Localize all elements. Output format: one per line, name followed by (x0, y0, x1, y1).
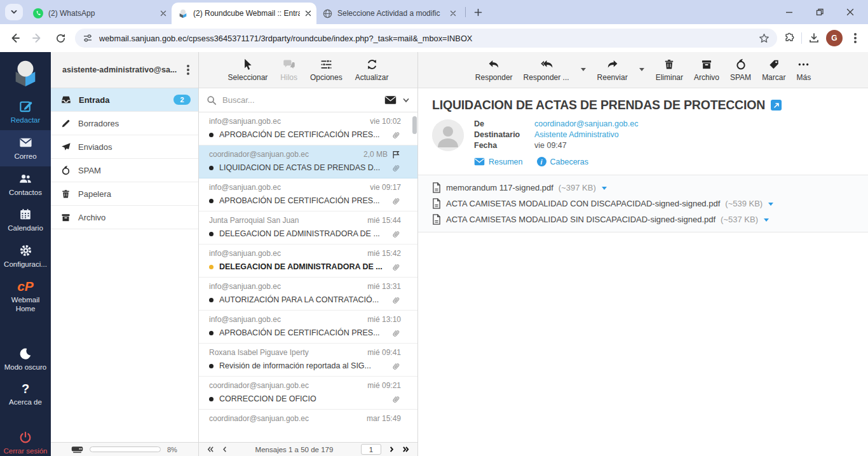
to-address[interactable]: Asistente Administrativo (534, 130, 639, 139)
select-button[interactable]: Seleccionar (228, 58, 268, 82)
message-row[interactable]: Roxana Isabel Piguave Ipertymié 09:41 Re… (199, 344, 417, 377)
bookmark-star-icon[interactable] (759, 33, 770, 44)
sidebar-item-redactar[interactable]: Redactar (0, 94, 51, 130)
download-icon[interactable] (808, 32, 820, 44)
attachment-item[interactable]: memorandum 117-signed.pdf (~397 KB) (418, 180, 868, 196)
reply-icon (487, 58, 501, 71)
search-bar[interactable] (199, 88, 417, 112)
sidebar-item-contactos[interactable]: Contactos (0, 166, 51, 203)
read-status-dot[interactable] (209, 265, 214, 269)
spam-button[interactable]: SPAM (730, 58, 751, 82)
sidebar-item-webmail-home[interactable]: cP Webmail Home (0, 274, 51, 319)
page-number-input[interactable]: 1 (361, 444, 381, 455)
threads-button[interactable]: Hilos (280, 58, 297, 82)
summary-toggle[interactable]: Resumen (474, 158, 523, 166)
reload-button[interactable] (52, 30, 69, 46)
tab-close-icon[interactable] (305, 10, 311, 17)
read-status-dot[interactable] (209, 166, 214, 170)
reply-all-menu-caret-icon[interactable] (580, 67, 587, 72)
delete-button[interactable]: Eliminar (656, 58, 683, 82)
search-input[interactable] (222, 95, 379, 105)
close-window-button[interactable] (844, 6, 857, 18)
folder-spam[interactable]: SPAM (51, 159, 198, 182)
open-in-new-window-icon[interactable] (771, 100, 782, 111)
headers-toggle[interactable]: i Cabeceras (537, 157, 588, 166)
profile-avatar[interactable]: G (826, 30, 843, 46)
url-text[interactable]: webmail.sanjuan.gob.ec/cpsess3645371171/… (99, 34, 752, 43)
tab-close-icon[interactable] (450, 10, 456, 17)
tab-whatsapp[interactable]: (2) WhatsApp (27, 3, 172, 24)
attachment-name[interactable]: memorandum 117-signed.pdf (446, 183, 553, 192)
address-bar[interactable]: webmail.sanjuan.gob.ec/cpsess3645371171/… (75, 29, 777, 48)
reply-all-button[interactable]: Responder ... (524, 58, 569, 82)
tab-search-button[interactable] (5, 4, 23, 20)
read-status-dot[interactable] (209, 397, 214, 401)
sidebar-item-modo-oscuro[interactable]: Modo oscuro (0, 342, 51, 377)
new-tab-button[interactable] (470, 4, 486, 20)
read-status-dot[interactable] (209, 199, 214, 203)
message-row[interactable]: coordinador@sanjuan.gob.ecmié 09:21 CORR… (199, 377, 417, 410)
site-settings-icon[interactable] (83, 33, 93, 43)
first-page-button[interactable] (207, 446, 214, 453)
list-scrollbar[interactable] (412, 116, 417, 134)
sidebar-item-acerca-de[interactable]: ? Acerca de (0, 377, 51, 412)
read-status-dot[interactable] (209, 331, 214, 335)
prev-page-button[interactable] (222, 446, 227, 453)
back-button[interactable] (6, 30, 23, 46)
mark-button[interactable]: Marcar (762, 58, 785, 82)
folder-enviados[interactable]: Enviados (51, 135, 198, 159)
message-row[interactable]: coordinador@sanjuan.gob.ecmar 15:49 (199, 410, 417, 442)
message-subject: Revisión de información reportada al SIG… (219, 361, 385, 372)
restore-button[interactable] (813, 6, 826, 18)
message-row-unread[interactable]: info@sanjuan.gob.ecmié 15:42 DELEGACION … (199, 245, 417, 278)
message-row[interactable]: info@sanjuan.gob.ecmié 13:10 APROBACIÓN … (199, 311, 417, 344)
message-row[interactable]: info@sanjuan.gob.ecvie 10:02 APROBACIÓN … (199, 112, 417, 145)
tab-close-icon[interactable] (160, 10, 166, 17)
read-status-dot[interactable] (209, 364, 214, 368)
attachment-icon (391, 295, 401, 305)
minimize-button[interactable] (783, 6, 796, 18)
tab-roundcube[interactable]: (2) Roundcube Webmail :: Entra (172, 3, 316, 24)
read-status-dot[interactable] (209, 133, 214, 137)
read-status-dot[interactable] (209, 298, 214, 302)
attachment-item[interactable]: ACTA CAMISETAS MODALIDAD CON DISCAPACIDA… (418, 196, 868, 211)
folder-archivo[interactable]: Archivo (51, 206, 198, 229)
extensions-icon[interactable] (783, 32, 795, 44)
last-page-button[interactable] (402, 446, 410, 453)
message-row-selected[interactable]: coordinador@sanjuan.gob.ec2,0 MB LIQUIDA… (199, 145, 417, 178)
tab-actividad[interactable]: Seleccione Actividad a modific (316, 3, 461, 24)
sidebar-item-configuracion[interactable]: Configuraci... (0, 238, 51, 274)
attachment-menu-caret-icon[interactable] (763, 217, 770, 222)
account-menu-icon[interactable] (187, 69, 189, 71)
search-options-chevron-icon[interactable] (402, 97, 410, 104)
search-scope-mail-icon[interactable] (384, 95, 397, 105)
attachment-item[interactable]: ACTA CAMISETAS MODALIDAD SIN DISCAPACIDA… (418, 211, 868, 227)
browser-menu-icon[interactable] (854, 37, 857, 39)
from-address[interactable]: coordinador@sanjuan.gob.ec (534, 119, 639, 128)
reply-button[interactable]: Responder (475, 58, 513, 82)
refresh-button[interactable]: Actualizar (355, 58, 389, 82)
more-button[interactable]: Más (796, 58, 811, 82)
folder-borradores[interactable]: Borradores (51, 112, 198, 135)
attachment-name[interactable]: ACTA CAMISETAS MODALIDAD SIN DISCAPACIDA… (446, 215, 715, 224)
sidebar-item-calendario[interactable]: Calendario (0, 202, 51, 238)
message-row[interactable]: info@sanjuan.gob.ecvie 09:17 APROBACIÓN … (199, 178, 417, 211)
attachment-name[interactable]: ACTA CAMISETAS MODALIDAD CON DISCAPACIDA… (446, 199, 720, 208)
message-row[interactable]: info@sanjuan.gob.ecmié 13:31 AUTORIZACIÓ… (199, 278, 417, 311)
message-row[interactable]: Junta Parroquial San Juanmié 15:44 DELEG… (199, 211, 417, 245)
flag-icon[interactable] (391, 150, 401, 159)
folder-papelera[interactable]: Papelera (51, 182, 198, 206)
next-page-button[interactable] (389, 446, 395, 453)
forward-button[interactable] (29, 30, 46, 46)
attachment-menu-caret-icon[interactable] (768, 201, 774, 206)
folder-entrada[interactable]: Entrada 2 (51, 88, 198, 112)
attachment-menu-caret-icon[interactable] (601, 185, 607, 191)
reading-pane: Responder Responder ... Reenviar Elimina… (418, 52, 868, 456)
archive-button[interactable]: Archivo (694, 58, 719, 82)
options-button[interactable]: Opciones (310, 58, 342, 82)
sidebar-item-correo[interactable]: Correo (0, 130, 51, 166)
forward-menu-caret-icon[interactable] (639, 67, 645, 72)
read-status-dot[interactable] (209, 232, 214, 236)
sidebar-item-cerrar-sesion[interactable]: Cerrar sesión (0, 426, 51, 456)
forward-button[interactable]: Reenviar (597, 58, 628, 82)
